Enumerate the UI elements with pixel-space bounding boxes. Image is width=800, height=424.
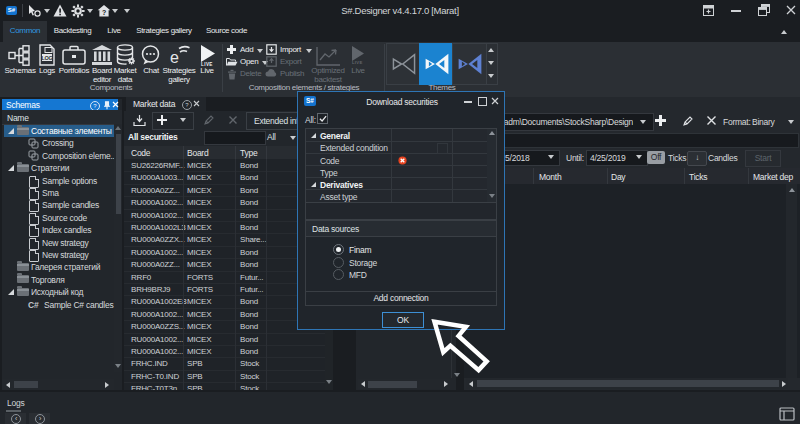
svg-text:e: e	[170, 49, 179, 66]
svg-text:?: ?	[102, 9, 106, 16]
svg-text:LIVE: LIVE	[352, 60, 363, 64]
svg-text:LOG: LOG	[41, 55, 52, 61]
